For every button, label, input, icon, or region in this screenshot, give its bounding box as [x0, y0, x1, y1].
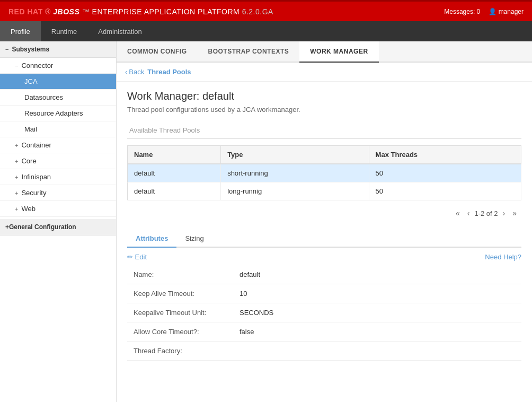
connector-label: Connector: [21, 62, 53, 69]
user-label: manager: [499, 8, 524, 15]
col-header-name: Name: [128, 146, 221, 164]
security-toggle-icon: +: [15, 190, 18, 196]
security-label: Security: [21, 189, 46, 197]
nav-tab-profile[interactable]: Profile: [0, 21, 41, 41]
attr-label-keepalive-timeout: Keep Alive Timeout:: [127, 284, 233, 303]
messages-count: Messages: 0: [444, 8, 480, 15]
row2-name: default: [128, 182, 221, 200]
content-tabs: Common Config Bootstrap Contexts Work Ma…: [117, 41, 532, 63]
sidebar-item-core[interactable]: + Core: [0, 153, 116, 169]
attr-row: Keep Alive Timeout: 10: [127, 284, 521, 303]
tab-bootstrap-contexts[interactable]: Bootstrap Contexts: [198, 41, 300, 62]
connector-toggle-icon: −: [15, 63, 18, 69]
tab-work-manager[interactable]: Work Manager: [299, 41, 378, 63]
page-subtitle: Thread pool configurations used by a JCA…: [127, 106, 521, 113]
row1-name: default: [128, 164, 221, 182]
subsystems-label: Subsystems: [12, 46, 49, 53]
attr-row: Thread Factory:: [127, 342, 521, 361]
need-help-link[interactable]: Need Help?: [485, 253, 521, 261]
sidebar-subitem-resource-adapters[interactable]: Resource Adapters: [0, 106, 116, 121]
main-content: Common Config Bootstrap Contexts Work Ma…: [117, 41, 532, 402]
back-label: Back: [129, 68, 144, 76]
sidebar-item-security[interactable]: + Security: [0, 185, 116, 201]
core-toggle-icon: +: [15, 158, 18, 164]
container-toggle-icon: +: [15, 142, 18, 148]
main-layout: − Subsystems − Connector JCA Datasources…: [0, 41, 532, 402]
subsystems-header[interactable]: − Subsystems: [0, 41, 116, 58]
nav-tab-runtime[interactable]: Runtime: [41, 21, 87, 41]
attr-value-allow-core-timeout: false: [233, 322, 521, 342]
available-thread-pools-header: Available Thread Pools: [127, 122, 521, 139]
thread-pools-table: Name Type Max Threads default short-runn…: [127, 145, 521, 200]
row2-max-threads: 50: [369, 182, 521, 200]
sidebar-item-container[interactable]: + Container: [0, 137, 116, 153]
pagination-first-button[interactable]: «: [453, 208, 463, 219]
general-config-header[interactable]: + General Configuration: [0, 219, 116, 235]
back-chevron-icon: ‹: [125, 68, 127, 76]
row1-max-threads: 50: [369, 164, 521, 182]
attr-value-name: default: [233, 265, 521, 284]
user-info[interactable]: 👤 manager: [489, 8, 524, 15]
back-button[interactable]: ‹ Back: [125, 68, 144, 76]
pagination: « ‹ 1-2 of 2 › »: [127, 205, 521, 222]
sidebar-item-connector[interactable]: − Connector: [0, 58, 116, 74]
sidebar: − Subsystems − Connector JCA Datasources…: [0, 41, 117, 402]
sidebar-subitem-jca[interactable]: JCA: [0, 74, 116, 90]
general-config-toggle-icon: +: [5, 223, 9, 231]
infinispan-label: Infinispan: [21, 173, 51, 181]
col-header-type: Type: [221, 146, 369, 164]
attr-value-thread-factory: [233, 342, 521, 361]
pagination-info: 1-2 of 2: [474, 209, 498, 217]
row2-type: long-runnig: [221, 182, 369, 200]
web-toggle-icon: +: [15, 206, 18, 212]
tab-sizing[interactable]: Sizing: [176, 230, 212, 247]
pagination-next-button[interactable]: ›: [500, 208, 508, 219]
subsystems-toggle-icon: −: [5, 46, 8, 53]
page-title: Work Manager: default: [127, 90, 521, 102]
attr-row: Name: default: [127, 265, 521, 284]
attr-label-keepalive-timeout-unit: Keepalive Timeout Unit:: [127, 303, 233, 322]
attr-label-thread-factory: Thread Factory:: [127, 342, 233, 361]
row1-type: short-running: [221, 164, 369, 182]
attr-value-keepalive-timeout: 10: [233, 284, 521, 303]
sidebar-subitem-datasources[interactable]: Datasources: [0, 90, 116, 106]
attributes-table: Name: default Keep Alive Timeout: 10 Kee…: [127, 265, 521, 361]
top-bar-right: Messages: 0 👤 manager: [444, 8, 524, 15]
attr-row: Keepalive Timeout Unit: SECONDS: [127, 303, 521, 322]
edit-area: ✏ Edit Need Help?: [127, 253, 521, 261]
nav-tabs-bar: Profile Runtime Administration: [0, 21, 532, 41]
attr-value-keepalive-timeout-unit: SECONDS: [233, 303, 521, 322]
app-title: RED HAT ® JBOSS ™ ENTERPRISE APPLICATION…: [8, 7, 273, 16]
attribute-tabs: Attributes Sizing: [127, 230, 521, 248]
page-inner: Work Manager: default Thread pool config…: [117, 82, 532, 369]
col-header-max-threads: Max Threads: [369, 146, 521, 164]
breadcrumb: ‹ Back Thread Pools: [117, 63, 532, 82]
container-label: Container: [21, 141, 51, 149]
web-label: Web: [21, 205, 36, 213]
attr-row: Allow Core Timeout?: false: [127, 322, 521, 342]
sidebar-subitem-mail[interactable]: Mail: [0, 121, 116, 137]
edit-button[interactable]: ✏ Edit: [127, 253, 147, 261]
user-icon: 👤: [489, 8, 496, 15]
tab-common-config[interactable]: Common Config: [117, 41, 198, 62]
sidebar-item-infinispan[interactable]: + Infinispan: [0, 169, 116, 185]
top-bar: RED HAT ® JBOSS ™ ENTERPRISE APPLICATION…: [0, 0, 532, 21]
table-row[interactable]: default long-runnig 50: [128, 182, 521, 200]
breadcrumb-current: Thread Pools: [147, 68, 191, 76]
pagination-prev-button[interactable]: ‹: [465, 208, 473, 219]
sidebar-item-web[interactable]: + Web: [0, 201, 116, 217]
pagination-last-button[interactable]: »: [510, 208, 519, 219]
attr-label-allow-core-timeout: Allow Core Timeout?:: [127, 322, 233, 342]
core-label: Core: [21, 157, 36, 165]
infinispan-toggle-icon: +: [15, 174, 18, 180]
table-row[interactable]: default short-running 50: [128, 164, 521, 182]
tab-attributes[interactable]: Attributes: [127, 230, 176, 248]
general-config-label: General Configuration: [9, 223, 76, 231]
nav-tab-administration[interactable]: Administration: [87, 21, 152, 41]
attr-label-name: Name:: [127, 265, 233, 284]
